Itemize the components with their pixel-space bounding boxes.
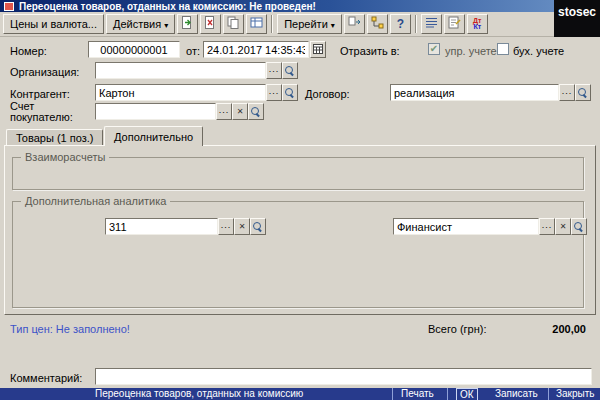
mgmt-accounting-checkbox[interactable]: [428, 43, 440, 55]
acct-accounting-checkbox[interactable]: [497, 43, 509, 55]
footer-separator: [447, 388, 448, 400]
post-document-icon: [181, 16, 194, 32]
watermark-overlay: stosec: [554, 0, 600, 37]
related-documents-icon: [348, 16, 361, 32]
total-label: Всего (грн):: [428, 323, 487, 335]
window-titlebar[interactable]: Переоценка товаров, отданных на комиссию…: [0, 0, 600, 12]
magnifier-icon: [578, 88, 588, 98]
related-documents-button[interactable]: [344, 14, 365, 34]
invoice-input[interactable]: [95, 103, 216, 120]
additional-analytics-title: Дополнительная аналитика: [21, 195, 170, 207]
copy-icon: [227, 16, 240, 32]
responsible-clear-button[interactable]: [555, 218, 571, 235]
unpost-document-button[interactable]: [200, 14, 221, 34]
document-movements-button[interactable]: [246, 14, 267, 34]
contractor-open-button[interactable]: [282, 84, 298, 101]
goto-button[interactable]: Перейти: [277, 14, 342, 34]
division-input[interactable]: [105, 218, 218, 235]
mgmt-accounting-label: упр. учете: [445, 45, 497, 57]
organization-open-button[interactable]: [282, 62, 298, 79]
date-label: от:: [186, 45, 200, 57]
document-list-button[interactable]: [421, 14, 442, 34]
actions-button[interactable]: Действия: [106, 14, 175, 34]
contractor-label: Контрагент:: [10, 88, 70, 100]
chevron-down-icon: [164, 18, 168, 30]
date-input[interactable]: [203, 41, 309, 58]
list-icon: [425, 16, 438, 32]
window-title: Переоценка товаров, отданных на комиссию…: [19, 1, 316, 12]
save-button[interactable]: Записать: [492, 388, 541, 399]
division-select-button[interactable]: [218, 218, 234, 235]
invoice-open-button[interactable]: [248, 103, 264, 120]
toolbar-separator: [271, 15, 273, 33]
report-button[interactable]: [444, 14, 465, 34]
unpost-document-icon: [204, 16, 217, 32]
toolbar-separator: [415, 15, 417, 33]
structure-button[interactable]: [367, 14, 388, 34]
print-button[interactable]: Печать: [398, 388, 437, 399]
document-icon: [4, 2, 14, 11]
mutual-settlements-group: Взаиморасчеты: [12, 157, 584, 190]
invoice-clear-button[interactable]: [232, 103, 248, 120]
help-icon: ?: [397, 17, 404, 31]
mutual-settlements-title: Взаиморасчеты: [21, 151, 109, 163]
responsible-open-button[interactable]: [571, 218, 587, 235]
comment-input[interactable]: [95, 368, 592, 385]
copy-button[interactable]: [223, 14, 244, 34]
magnifier-icon: [251, 107, 261, 117]
close-button[interactable]: Закрыть: [553, 388, 598, 399]
report-icon: [448, 16, 461, 32]
footer-separator: [392, 388, 393, 400]
post-document-button[interactable]: [177, 14, 198, 34]
document-window: Переоценка товаров, отданных на комиссию…: [0, 0, 600, 400]
comment-label: Комментарий:: [10, 372, 82, 384]
calendar-icon: [313, 44, 323, 56]
total-value: 200,00: [520, 323, 586, 335]
help-button[interactable]: ?: [390, 14, 411, 34]
tab-additional[interactable]: Дополнительно: [104, 126, 203, 146]
invoice-select-button[interactable]: [216, 103, 232, 120]
magnifier-icon: [285, 88, 295, 98]
organization-input[interactable]: [95, 62, 266, 79]
dtkt-postings-button[interactable]: Дт Кт: [467, 14, 488, 34]
number-input[interactable]: [88, 41, 180, 58]
contract-label: Договор:: [305, 88, 350, 100]
toolbar: Цены и валюта... Действия Перей: [0, 12, 600, 37]
ok-button[interactable]: ОК: [456, 388, 478, 400]
prices-currency-button[interactable]: Цены и валюта...: [3, 14, 104, 34]
acct-accounting-label: бух. учете: [513, 45, 564, 57]
document-movements-icon: [250, 16, 263, 32]
responsible-input[interactable]: [393, 218, 539, 235]
footer-doc-name: Переоценка товаров, отданных на комиссию: [95, 388, 303, 399]
contractor-input[interactable]: [95, 84, 266, 101]
organization-label: Организация:: [10, 66, 79, 78]
magnifier-icon: [574, 222, 584, 232]
division-open-button[interactable]: [250, 218, 266, 235]
calendar-button[interactable]: [310, 41, 326, 58]
tab-goods[interactable]: Товары (1 поз.): [6, 129, 103, 146]
magnifier-icon: [253, 222, 263, 232]
reflect-label: Отразить в:: [340, 45, 400, 57]
watermark-text: stosec: [558, 5, 596, 19]
number-label: Номер:: [10, 45, 47, 57]
contract-select-button[interactable]: [559, 84, 575, 101]
contract-open-button[interactable]: [575, 84, 591, 101]
footer-bar: Переоценка товаров, отданных на комиссию…: [0, 388, 600, 400]
organization-select-button[interactable]: [266, 62, 282, 79]
responsible-select-button[interactable]: [539, 218, 555, 235]
contractor-select-button[interactable]: [266, 84, 282, 101]
invoice-label-line2: покупателю:: [10, 111, 73, 123]
structure-icon: [371, 16, 384, 32]
division-clear-button[interactable]: [234, 218, 250, 235]
contract-input[interactable]: [390, 84, 559, 101]
footer-separator: [548, 388, 549, 400]
magnifier-icon: [285, 66, 295, 76]
price-type-link[interactable]: Тип цен: Не заполнено!: [10, 323, 130, 335]
dtkt-icon: Дт Кт: [473, 18, 481, 30]
chevron-down-icon: [331, 18, 335, 30]
